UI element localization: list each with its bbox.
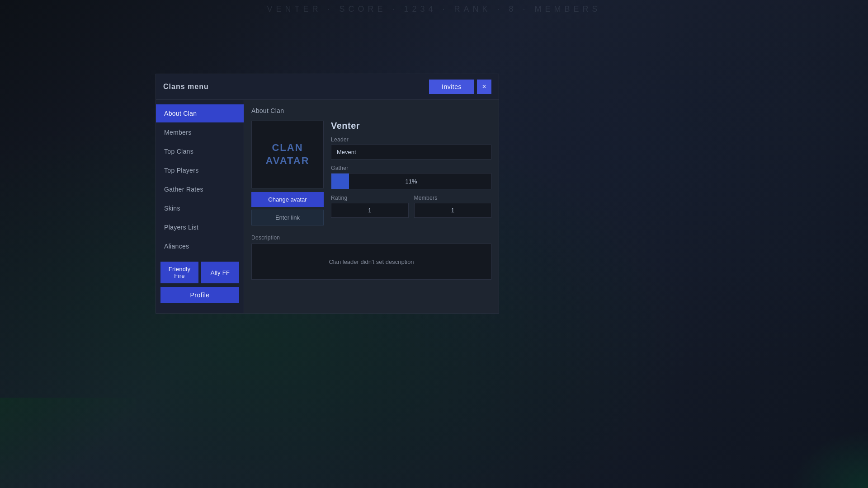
modal-body: About Clan Members Top Clans Top Players…: [156, 100, 499, 313]
header-buttons: Invites ×: [429, 80, 491, 94]
description-label: Description: [251, 235, 491, 241]
modal-title: Clans menu: [163, 83, 209, 91]
enter-link-button[interactable]: Enter link: [251, 210, 324, 225]
sidebar-item-top-clans[interactable]: Top Clans: [156, 142, 244, 160]
gather-bar: 11%: [331, 173, 491, 189]
rating-value: 1: [331, 203, 409, 218]
content-section-title: About Clan: [251, 107, 491, 114]
sidebar: About Clan Members Top Clans Top Players…: [156, 100, 244, 313]
description-box: Clan leader didn't set description: [251, 244, 491, 280]
leader-value: Mevent: [331, 145, 491, 160]
profile-button[interactable]: Profile: [160, 287, 239, 303]
sidebar-action-buttons: Friendly Fire Ally FF Profile: [156, 256, 244, 309]
stats-row: Rating 1 Members 1: [331, 195, 491, 218]
clan-avatar-image: CLAN AVATAR: [251, 121, 324, 188]
avatar-column: CLAN AVATAR Change avatar Enter link: [251, 121, 324, 225]
friendly-ally-row: Friendly Fire Ally FF: [160, 262, 239, 283]
ally-ff-button[interactable]: Ally FF: [201, 262, 239, 283]
close-button[interactable]: ×: [477, 80, 491, 94]
description-empty-text: Clan leader didn't set description: [329, 258, 414, 265]
clan-details-column: Venter Leader Mevent Gather 11% Rating: [331, 121, 491, 225]
sidebar-item-players-list[interactable]: Players List: [156, 218, 244, 236]
friendly-fire-button[interactable]: Friendly Fire: [160, 262, 198, 283]
sidebar-item-about-clan[interactable]: About Clan: [156, 104, 244, 122]
members-value: 1: [414, 203, 492, 218]
clan-info-row: CLAN AVATAR Change avatar Enter link Ven…: [251, 121, 491, 225]
sidebar-item-members[interactable]: Members: [156, 123, 244, 141]
gather-percent: 11%: [331, 178, 491, 185]
gather-section: Gather 11%: [331, 165, 491, 189]
clan-avatar-text: CLAN AVATAR: [265, 141, 309, 167]
sidebar-item-gather-rates[interactable]: Gather Rates: [156, 180, 244, 198]
gather-label: Gather: [331, 165, 491, 171]
description-section: Description Clan leader didn't set descr…: [251, 235, 491, 280]
clan-name: Venter: [331, 121, 491, 131]
sidebar-item-top-players[interactable]: Top Players: [156, 161, 244, 179]
members-stat: Members 1: [414, 195, 492, 218]
rating-stat: Rating 1: [331, 195, 409, 218]
leader-label: Leader: [331, 136, 491, 143]
sidebar-item-alliances[interactable]: Aliances: [156, 237, 244, 255]
invites-button[interactable]: Invites: [429, 80, 474, 94]
modal-header: Clans menu Invites ×: [156, 74, 499, 100]
change-avatar-button[interactable]: Change avatar: [251, 192, 324, 207]
content-area: About Clan CLAN AVATAR Change avatar Ent…: [244, 100, 499, 313]
members-label: Members: [414, 195, 492, 201]
rating-label: Rating: [331, 195, 409, 201]
sidebar-item-skins[interactable]: Skins: [156, 199, 244, 217]
background-text: VENTER · SCORE · 1234 · RANK · 8 · MEMBE…: [267, 5, 601, 14]
clans-modal: Clans menu Invites × About Clan Members …: [156, 74, 499, 314]
